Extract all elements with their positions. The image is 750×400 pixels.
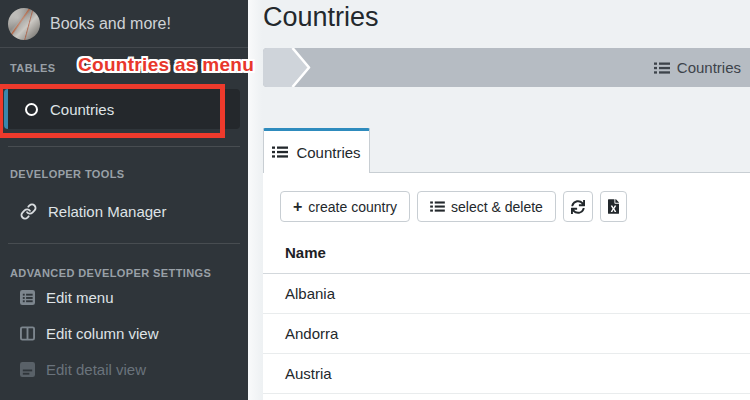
divider: [8, 243, 240, 244]
create-country-button[interactable]: + create country: [280, 191, 410, 222]
section-label-advanced-settings: ADVANCED DEVELOPER SETTINGS: [10, 267, 248, 279]
tab-label: Countries: [296, 144, 360, 161]
table-row[interactable]: Albania: [263, 274, 750, 314]
circle-icon: [25, 103, 38, 116]
tab-countries[interactable]: Countries: [263, 128, 370, 173]
sidebar-item-label: Edit column view: [46, 325, 159, 342]
table-panel: + create country select & delete Name A: [263, 172, 750, 400]
export-button[interactable]: [600, 191, 627, 222]
breadcrumb-current-label: Countries: [677, 59, 741, 76]
section-label-developer-tools: DEVELOPER TOOLS: [10, 168, 248, 180]
list-icon: [272, 146, 288, 158]
refresh-icon: [571, 200, 585, 214]
detail-icon: [20, 362, 35, 377]
divider: [8, 146, 240, 147]
column-header-name: Name: [285, 244, 326, 261]
sidebar: Books and more! TABLES Countries DEVELOP…: [0, 0, 248, 400]
sidebar-item-edit-detail-view[interactable]: Edit detail view: [0, 351, 248, 387]
list-icon: [430, 201, 445, 212]
toolbar: + create country select & delete: [263, 173, 750, 222]
table-row[interactable]: Andorra: [263, 314, 750, 354]
sidebar-item-edit-column-view[interactable]: Edit column view: [0, 315, 248, 351]
sidebar-item-countries[interactable]: Countries: [4, 89, 240, 129]
sidebar-item-relation-manager[interactable]: Relation Manager: [0, 193, 248, 229]
breadcrumb-segment: [263, 48, 315, 87]
page-title: Countries: [263, 0, 750, 34]
brand-title: Books and more!: [50, 15, 171, 33]
app-window: Books and more! TABLES Countries DEVELOP…: [0, 0, 750, 400]
sidebar-item-label: Countries: [50, 101, 114, 118]
plus-icon: +: [293, 199, 302, 215]
menu-list-icon: [20, 290, 35, 305]
cell-name: Albania: [285, 285, 335, 302]
sidebar-item-label: Relation Manager: [48, 203, 166, 220]
columns-icon: [20, 326, 35, 341]
select-delete-label: select & delete: [451, 199, 543, 215]
list-icon: [654, 62, 670, 74]
excel-export-icon: [608, 199, 619, 214]
breadcrumb-bar: Countries: [263, 48, 750, 87]
brand[interactable]: Books and more!: [0, 0, 248, 48]
cell-name: Austria: [285, 365, 332, 382]
select-delete-button[interactable]: select & delete: [417, 191, 556, 222]
section-label-tables: TABLES: [10, 62, 248, 74]
sidebar-item-label: Edit menu: [46, 289, 114, 306]
link-icon: [20, 203, 37, 220]
refresh-button[interactable]: [563, 191, 593, 222]
sidebar-item-label: Edit detail view: [46, 361, 146, 378]
table-header: Name: [263, 238, 750, 274]
breadcrumb-current[interactable]: Countries: [654, 59, 750, 76]
sidebar-item-edit-menu[interactable]: Edit menu: [0, 279, 248, 315]
create-country-label: create country: [308, 199, 397, 215]
brand-avatar: [8, 8, 40, 40]
cell-name: Andorra: [285, 325, 338, 342]
table-row[interactable]: Austria: [263, 354, 750, 394]
main-content: Countries Countries Countries + create c…: [248, 0, 750, 400]
